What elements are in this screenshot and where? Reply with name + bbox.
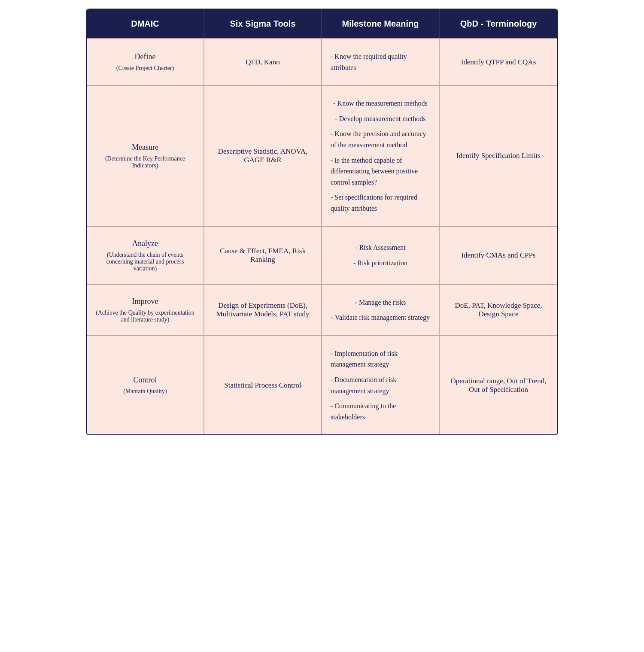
table-row-control: Control (Mantain Quality) Statistical Pr… (87, 335, 557, 435)
improve-milestone-2: - Validate risk management strategy (331, 312, 430, 323)
measure-dmaic-sub: (Determine the Key Performance Indicator… (95, 155, 195, 169)
define-tools-text: QFD, Kano (246, 58, 279, 67)
measure-milestone-cell: - Know the measurement methods - Develop… (322, 86, 440, 226)
analyze-milestone-cell: - Risk Assessment - Risk prioritization (322, 227, 440, 284)
improve-tools-text: Design of Experiments (DoE), Multivariat… (213, 301, 313, 318)
define-tools-cell: QFD, Kano (204, 39, 322, 85)
define-dmaic-main: Define (135, 52, 156, 61)
main-table: DMAIC Six Sigma Tools Milestone Meaning … (86, 9, 558, 435)
control-tools-text: Statistical Process Control (224, 381, 301, 390)
define-dmaic-cell: Define (Create Project Charter) (87, 39, 204, 85)
improve-qbd-text: DoE, PAT, Knowledge Space, Design Space (448, 301, 549, 318)
header-milestone: Milestone Meaning (322, 9, 440, 38)
measure-qbd-cell: Identify Specification Limits (440, 86, 557, 226)
control-dmaic-cell: Control (Mantain Quality) (87, 336, 204, 435)
measure-qbd-text: Identify Specification Limits (456, 152, 541, 160)
analyze-qbd-cell: Identify CMAs and CPPs (440, 227, 557, 284)
table-row-analyze: Analyze (Understand the chain of events … (87, 226, 557, 284)
measure-milestone-5: - Set specifications for required qualit… (331, 192, 430, 214)
measure-dmaic-cell: Measure (Determine the Key Performance I… (87, 86, 204, 226)
improve-dmaic-sub: (Achieve the Quality by experimentation … (95, 309, 195, 323)
header-dmaic: DMAIC (87, 9, 204, 38)
analyze-tools-cell: Cause & Effect, FMEA, Risk Ranking (204, 227, 322, 284)
control-milestone-1: - Implementation of risk management stra… (331, 348, 430, 370)
analyze-tools-text: Cause & Effect, FMEA, Risk Ranking (213, 247, 313, 264)
define-qbd-cell: Identify QTPP and CQAs (440, 39, 557, 85)
analyze-milestone-2: - Risk prioritization (353, 258, 407, 269)
define-milestone-1: - Know the required quality attributes (331, 51, 430, 73)
improve-dmaic-cell: Improve (Achieve the Quality by experime… (87, 285, 204, 335)
control-milestone-3: - Communicating to the stakeholders (331, 400, 430, 422)
analyze-milestone-1: - Risk Assessment (355, 242, 405, 253)
control-dmaic-main: Control (133, 376, 157, 385)
improve-tools-cell: Design of Experiments (DoE), Multivariat… (204, 285, 322, 335)
control-dmaic-sub: (Mantain Quality) (123, 388, 167, 395)
header-tools: Six Sigma Tools (204, 9, 322, 38)
measure-milestone-3: - Know the precision and accuracy of the… (331, 128, 430, 150)
improve-milestone-1: - Manage the risks (355, 297, 406, 308)
measure-milestone-4: - Is the method capable of differentiati… (331, 155, 430, 188)
measure-tools-cell: Descriptive Statistic, ANOVA, GAGE R&R (204, 86, 322, 226)
table-row-define: Define (Create Project Charter) QFD, Kan… (87, 38, 557, 85)
control-qbd-cell: Operational range, Out of Trend, Out of … (440, 336, 557, 435)
table-header: DMAIC Six Sigma Tools Milestone Meaning … (87, 9, 557, 38)
improve-qbd-cell: DoE, PAT, Knowledge Space, Design Space (440, 285, 557, 335)
control-milestone-2: - Documentation of risk management strat… (331, 374, 430, 396)
measure-milestone-1: - Know the measurement methods (333, 98, 428, 109)
analyze-dmaic-cell: Analyze (Understand the chain of events … (87, 227, 204, 284)
control-tools-cell: Statistical Process Control (204, 336, 322, 435)
analyze-dmaic-main: Analyze (132, 239, 158, 248)
improve-dmaic-main: Improve (132, 297, 158, 306)
measure-dmaic-main: Measure (132, 143, 158, 152)
analyze-dmaic-sub: (Understand the chain of events concerni… (95, 252, 195, 272)
table-row-measure: Measure (Determine the Key Performance I… (87, 85, 557, 226)
control-qbd-text: Operational range, Out of Trend, Out of … (448, 377, 549, 394)
measure-milestone-2: - Develop measurement methods (335, 113, 425, 124)
control-milestone-cell: - Implementation of risk management stra… (322, 336, 440, 435)
improve-milestone-cell: - Manage the risks - Validate risk manag… (322, 285, 440, 335)
table-row-improve: Improve (Achieve the Quality by experime… (87, 284, 557, 335)
analyze-qbd-text: Identify CMAs and CPPs (461, 251, 535, 260)
define-qbd-text: Identify QTPP and CQAs (461, 58, 536, 67)
measure-tools-text: Descriptive Statistic, ANOVA, GAGE R&R (213, 147, 313, 164)
define-milestone-cell: - Know the required quality attributes (322, 39, 440, 85)
header-qbd: QbD - Terminology (440, 9, 557, 38)
define-dmaic-sub: (Create Project Charter) (116, 65, 174, 72)
